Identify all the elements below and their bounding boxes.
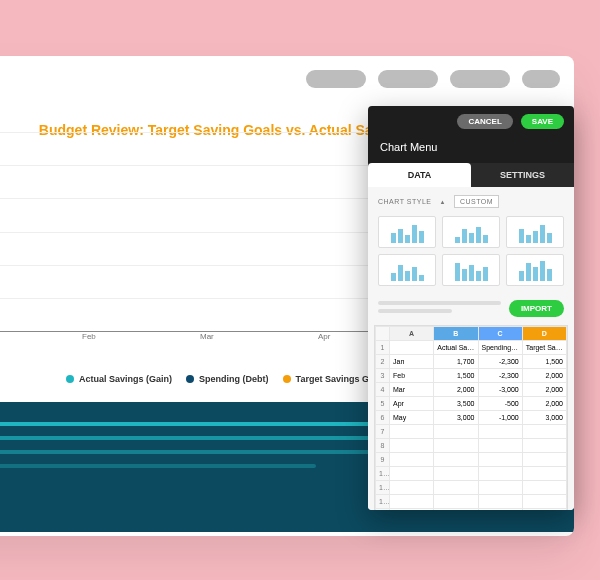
cell[interactable] (522, 509, 566, 511)
cell[interactable]: 3,000 (434, 411, 478, 425)
chart-style-thumb[interactable] (506, 254, 564, 286)
cell[interactable] (478, 453, 522, 467)
chart-menu-panel: CANCEL SAVE Chart Menu DATA SETTINGS CHA… (368, 106, 574, 510)
legend-item: Actual Savings (Gain) (66, 374, 172, 384)
cell[interactable] (434, 453, 478, 467)
cell[interactable]: Target Savings Goal (522, 341, 566, 355)
cell[interactable]: -2,300 (478, 355, 522, 369)
cell[interactable] (522, 439, 566, 453)
cell[interactable] (522, 453, 566, 467)
cell[interactable]: Feb (390, 369, 434, 383)
cell[interactable] (478, 439, 522, 453)
panel-title: Chart Menu (368, 137, 574, 163)
cell[interactable]: 1,500 (434, 369, 478, 383)
chart-style-thumb[interactable] (506, 216, 564, 248)
toolbar-pill[interactable] (306, 70, 366, 88)
cell[interactable] (522, 425, 566, 439)
cell[interactable] (522, 467, 566, 481)
cell[interactable] (522, 495, 566, 509)
cell[interactable] (478, 509, 522, 511)
cell[interactable] (478, 425, 522, 439)
cell[interactable]: 2,000 (522, 369, 566, 383)
cell[interactable] (434, 467, 478, 481)
data-sheet[interactable]: ABCD1Actual Savings (Gain)Spending (Debt… (374, 325, 568, 510)
cell[interactable] (434, 425, 478, 439)
cell[interactable] (390, 481, 434, 495)
cell[interactable]: -2,300 (478, 369, 522, 383)
legend-label: Actual Savings (Gain) (79, 374, 172, 384)
cell[interactable]: Actual Savings (Gain) (434, 341, 478, 355)
cell[interactable] (434, 481, 478, 495)
tab-settings[interactable]: SETTINGS (471, 163, 574, 187)
cell[interactable]: 1,500 (522, 355, 566, 369)
cell[interactable] (390, 509, 434, 511)
cell[interactable]: -1,000 (478, 411, 522, 425)
cell[interactable] (478, 481, 522, 495)
cell[interactable] (434, 439, 478, 453)
cell[interactable] (390, 425, 434, 439)
chart-style-thumb[interactable] (378, 254, 436, 286)
chart-style-row: CHART STYLE ▲ CUSTOM (368, 187, 574, 216)
cell[interactable]: -500 (478, 397, 522, 411)
cell[interactable] (390, 439, 434, 453)
cell[interactable]: 3,000 (522, 411, 566, 425)
cell[interactable] (478, 467, 522, 481)
chart-style-thumb[interactable] (378, 216, 436, 248)
panel-tabs: DATA SETTINGS (368, 163, 574, 187)
cell[interactable] (522, 481, 566, 495)
custom-style-button[interactable]: CUSTOM (454, 195, 499, 208)
dot-icon (66, 375, 74, 383)
x-tick: Jan (0, 332, 82, 346)
topbar (0, 56, 574, 102)
chart-style-label: CHART STYLE (378, 198, 431, 205)
cell[interactable]: Mar (390, 383, 434, 397)
panel-header: CANCEL SAVE Chart Menu DATA SETTINGS (368, 106, 574, 187)
panel-body: CHART STYLE ▲ CUSTOM IMPORT ABCD1Actual … (368, 187, 574, 510)
x-tick: Feb (82, 332, 200, 346)
legend-item: Spending (Debt) (186, 374, 269, 384)
cell[interactable] (434, 495, 478, 509)
progress-placeholder (378, 301, 501, 317)
cell[interactable]: 3,500 (434, 397, 478, 411)
chevron-up-icon[interactable]: ▲ (439, 199, 445, 205)
dot-icon (186, 375, 194, 383)
import-row: IMPORT (368, 294, 574, 325)
col-header[interactable]: B (434, 327, 478, 341)
col-header[interactable]: A (390, 327, 434, 341)
toolbar-pill[interactable] (450, 70, 510, 88)
cell[interactable]: 1,700 (434, 355, 478, 369)
cell[interactable]: Apr (390, 397, 434, 411)
chart-style-thumb[interactable] (442, 254, 500, 286)
dot-icon (283, 375, 291, 383)
cell[interactable]: 2,000 (434, 383, 478, 397)
cell[interactable] (390, 467, 434, 481)
cell[interactable]: May (390, 411, 434, 425)
col-header[interactable]: D (522, 327, 566, 341)
cell[interactable]: -3,000 (478, 383, 522, 397)
cell[interactable]: 2,000 (522, 383, 566, 397)
cell[interactable]: Spending (Debt) (478, 341, 522, 355)
cell[interactable] (390, 341, 434, 355)
toolbar-pill[interactable] (378, 70, 438, 88)
import-button[interactable]: IMPORT (509, 300, 564, 317)
x-tick: Mar (200, 332, 318, 346)
tab-data[interactable]: DATA (368, 163, 471, 187)
col-header[interactable]: C (478, 327, 522, 341)
cell[interactable]: Jan (390, 355, 434, 369)
cell[interactable] (390, 495, 434, 509)
cell[interactable]: 2,000 (522, 397, 566, 411)
save-button[interactable]: SAVE (521, 114, 564, 129)
chart-style-thumbs (368, 216, 574, 294)
chart-style-thumb[interactable] (442, 216, 500, 248)
legend-label: Spending (Debt) (199, 374, 269, 384)
cell[interactable] (478, 495, 522, 509)
cell[interactable] (434, 509, 478, 511)
cancel-button[interactable]: CANCEL (457, 114, 512, 129)
cell[interactable] (390, 453, 434, 467)
toolbar-pill[interactable] (522, 70, 560, 88)
